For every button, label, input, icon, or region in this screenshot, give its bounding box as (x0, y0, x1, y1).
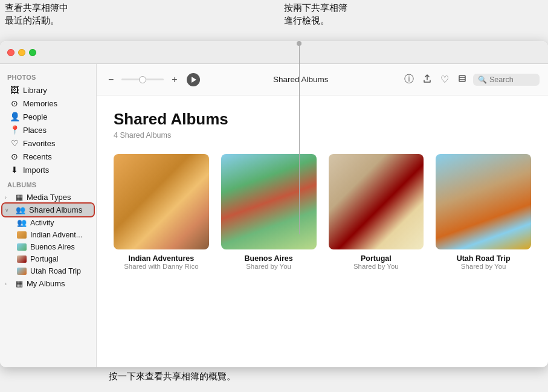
toolbar: − + Shared Albums ⓘ (97, 64, 548, 95)
sidebar-item-favorites[interactable]: ♡ Favorites (2, 137, 94, 150)
main-content: Shared Albums 4 Shared Albums Indian Adv… (97, 95, 548, 367)
activity-label: Activity (30, 219, 54, 227)
album-item-utah[interactable]: Utah Road Trip Shared by You (436, 154, 531, 270)
rotate-icon (457, 74, 467, 83)
buenos-icon (17, 243, 27, 251)
album-subtitle-buenos: Shared by You (221, 263, 317, 270)
annotation-bottom: 按一下來查看共享相簿的概覽。 (109, 371, 236, 382)
memories-icon: ⊙ (10, 98, 19, 108)
recents-icon: ⊙ (10, 152, 19, 161)
sidebar-sub-item-indian[interactable]: Indian Advent... (2, 229, 94, 241)
slider-track (121, 79, 164, 80)
sidebar-sub-item-utah[interactable]: Utah Road Trip (2, 265, 94, 277)
sidebar-item-memories[interactable]: ⊙ Memories (2, 97, 94, 110)
divider-line (299, 41, 300, 234)
album-thumb-portugal (329, 154, 424, 249)
sidebar-item-recents[interactable]: ⊙ Recents (2, 150, 94, 163)
sidebar-item-imports-label: Imports (23, 165, 49, 175)
info-button[interactable]: ⓘ (402, 71, 416, 88)
toolbar-title-text: Shared Albums (273, 75, 329, 84)
sidebar-item-library-label: Library (23, 86, 47, 95)
media-types-icon: ▦ (16, 193, 23, 202)
album-count: 4 Shared Albums (114, 131, 531, 140)
sidebar-item-people-label: People (23, 112, 47, 121)
minimize-button[interactable] (18, 49, 25, 56)
sidebar-item-places[interactable]: 📍 Places (2, 123, 94, 137)
thumb-image-buenos (221, 154, 317, 249)
annotation-top-left: 查看共享相簿中 最近的活動。 (5, 1, 68, 27)
album-subtitle-indian: Shared with Danny Rico (114, 263, 209, 270)
zoom-slider[interactable] (121, 79, 164, 80)
album-subtitle-portugal: Shared by You (329, 263, 424, 270)
places-icon: 📍 (10, 125, 19, 135)
album-item-portugal[interactable]: Portugal Shared by You (329, 154, 424, 270)
album-title-indian: Indian Adventures (114, 254, 209, 263)
maximize-button[interactable] (29, 49, 36, 56)
utah-label: Utah Road Trip (30, 267, 81, 275)
portugal-icon (17, 255, 27, 263)
share-button[interactable] (420, 71, 434, 88)
albums-grid: Indian Adventures Shared with Danny Rico… (114, 154, 531, 270)
shared-albums-icon: 👥 (16, 205, 25, 214)
album-item-buenos[interactable]: Buenos Aires Shared by You (221, 154, 317, 270)
svg-rect-0 (459, 76, 465, 82)
zoom-minus-button[interactable]: − (105, 72, 117, 88)
sidebar-item-favorites-label: Favorites (23, 139, 55, 148)
buenos-label: Buenos Aires (30, 243, 75, 251)
album-thumb-utah (436, 154, 531, 249)
search-icon: 🔍 (478, 76, 487, 84)
album-subtitle-utah: Shared by You (436, 263, 531, 270)
sidebar-item-media-types[interactable]: › ▦ Media Types (2, 191, 94, 204)
sidebar-sub-item-activity[interactable]: 👥 Activity (2, 216, 94, 229)
titlebar (0, 41, 548, 64)
thumb-image-utah (436, 154, 531, 249)
library-icon: 🖼 (10, 85, 19, 95)
main-window: Photos 🖼 Library ⊙ Memories 👤 People 📍 P… (0, 41, 548, 367)
sidebar-sub-item-buenos[interactable]: Buenos Aires (2, 241, 94, 253)
slider-thumb (139, 76, 146, 83)
thumb-image-indian (114, 154, 209, 249)
sidebar-sub-item-portugal[interactable]: Portugal (2, 253, 94, 265)
sidebar: Photos 🖼 Library ⊙ Memories 👤 People 📍 P… (0, 64, 97, 367)
content-area: Photos 🖼 Library ⊙ Memories 👤 People 📍 P… (0, 64, 548, 367)
my-albums-chevron: › (5, 281, 12, 287)
sidebar-item-people[interactable]: 👤 People (2, 110, 94, 123)
album-title-utah: Utah Road Trip (436, 254, 531, 263)
sidebar-item-shared-albums[interactable]: ∨ 👥 Shared Albums (2, 204, 94, 216)
slideshow-play-button[interactable] (187, 73, 200, 86)
traffic-lights (7, 49, 36, 56)
toolbar-right: ⓘ ♡ 🔍 (402, 71, 540, 88)
annotation-top-right: 按兩下共享相簿 進行檢視。 (284, 1, 347, 27)
sidebar-item-imports[interactable]: ⬇ Imports (2, 163, 94, 176)
media-types-label: Media Types (27, 193, 71, 202)
album-title-portugal: Portugal (329, 254, 424, 263)
search-input[interactable] (489, 76, 538, 84)
shared-albums-chevron: ∨ (5, 207, 12, 213)
album-title-buenos: Buenos Aires (221, 254, 317, 263)
share-icon (422, 74, 432, 83)
album-thumb-indian (114, 154, 209, 249)
play-icon (192, 77, 196, 83)
toolbar-left: − + (105, 72, 200, 88)
activity-icon: 👥 (17, 218, 27, 227)
photos-section-label: Photos (0, 69, 96, 83)
toolbar-title: Shared Albums (205, 75, 397, 84)
albums-section-label: Albums (0, 176, 96, 191)
shared-albums-label: Shared Albums (29, 205, 82, 214)
zoom-plus-button[interactable]: + (169, 72, 180, 88)
favorites-icon: ♡ (10, 138, 19, 148)
page-title: Shared Albums (114, 110, 531, 129)
album-item-indian[interactable]: Indian Adventures Shared with Danny Rico (114, 154, 209, 270)
imports-icon: ⬇ (10, 165, 19, 175)
sidebar-item-memories-label: Memories (23, 99, 57, 108)
utah-icon (17, 268, 27, 275)
sidebar-item-library[interactable]: 🖼 Library (2, 83, 94, 97)
sidebar-item-my-albums[interactable]: › ▦ My Albums (2, 277, 94, 290)
rotate-button[interactable] (455, 71, 469, 88)
search-box[interactable]: 🔍 (473, 74, 540, 86)
indian-icon (17, 231, 27, 239)
indian-label: Indian Advent... (30, 231, 82, 239)
close-button[interactable] (7, 49, 15, 56)
album-thumb-buenos (221, 154, 317, 249)
heart-button[interactable]: ♡ (438, 71, 451, 88)
